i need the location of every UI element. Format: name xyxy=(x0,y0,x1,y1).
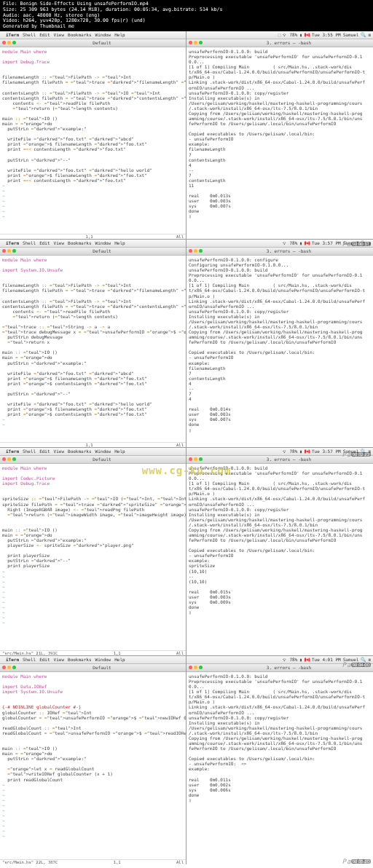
menu-shell[interactable]: Shell xyxy=(23,240,36,245)
window-controls[interactable] xyxy=(0,41,18,44)
close-icon[interactable] xyxy=(189,457,192,461)
output-pane-2[interactable]: unsafePerformIO-0.1.0.0: configure Confi… xyxy=(186,256,373,447)
tab-default[interactable]: Default xyxy=(18,248,186,253)
maximize-icon[interactable] xyxy=(199,249,203,253)
user-name[interactable]: Samuel xyxy=(343,32,359,37)
macos-menubar[interactable]: iTerm Shell Edit View Bookmarks Window H… xyxy=(0,31,186,39)
minimize-icon[interactable] xyxy=(7,249,11,253)
clock[interactable]: Tue 3:57 PM xyxy=(312,240,341,245)
macos-menubar[interactable]: iTerm Shell Edit View Bookmarks Window H… xyxy=(0,656,186,664)
menu-bookmarks[interactable]: Bookmarks xyxy=(68,657,92,662)
menu-window[interactable]: Window xyxy=(95,32,111,37)
tab-bar-right[interactable]: 3. errors — -bash xyxy=(186,248,373,256)
flag-icon[interactable]: 🇨🇦 xyxy=(305,657,310,662)
battery-icon[interactable]: ▮ xyxy=(299,32,302,37)
tab-bar[interactable]: Default xyxy=(0,39,186,47)
close-icon[interactable] xyxy=(2,457,6,461)
menu-bookmarks[interactable]: Bookmarks xyxy=(68,32,92,37)
battery-icon[interactable]: ▮ xyxy=(299,449,302,454)
menu-help[interactable]: Help xyxy=(114,32,125,37)
menu-view[interactable]: View xyxy=(54,657,64,662)
tab-errors[interactable]: 3. errors — -bash xyxy=(205,248,373,253)
editor-pane-1[interactable]: module Main where import Debug.Trace fil… xyxy=(0,47,186,234)
macos-menubar[interactable]: iTerm Shell Edit View Bookmarks Window H… xyxy=(0,448,186,456)
menu-window[interactable]: Window xyxy=(95,657,111,662)
minimize-icon[interactable] xyxy=(194,249,197,253)
tab-default[interactable]: Default xyxy=(18,40,186,45)
app-name[interactable]: iTerm xyxy=(6,657,19,662)
battery-icon[interactable]: ▮ xyxy=(299,240,302,245)
maximize-icon[interactable] xyxy=(12,457,16,461)
menu-window[interactable]: Window xyxy=(95,240,111,245)
flag-icon[interactable]: 🇨🇦 xyxy=(305,449,310,454)
menu-window[interactable]: Window xyxy=(95,449,111,454)
close-icon[interactable] xyxy=(189,41,192,44)
menu-help[interactable]: Help xyxy=(114,240,125,245)
minimize-icon[interactable] xyxy=(194,666,197,669)
battery-icon[interactable]: ▮ xyxy=(299,657,302,662)
clock[interactable]: Tue 3:55 PM xyxy=(312,32,341,37)
menu-shell[interactable]: Shell xyxy=(23,449,36,454)
menu-bookmarks[interactable]: Bookmarks xyxy=(68,449,92,454)
maximize-icon[interactable] xyxy=(12,249,16,253)
menu-shell[interactable]: Shell xyxy=(23,657,36,662)
menu-help[interactable]: Help xyxy=(114,449,125,454)
output-pane-4[interactable]: unsafePerformIO-0.1.0.0: build Preproces… xyxy=(186,672,373,864)
menu-edit[interactable]: Edit xyxy=(39,449,50,454)
close-icon[interactable] xyxy=(189,666,192,669)
wifi-icon[interactable]: ᯤ xyxy=(283,32,287,37)
clock[interactable]: Tue 4:01 PM xyxy=(312,657,341,662)
minimize-icon[interactable] xyxy=(194,41,197,44)
minimize-icon[interactable] xyxy=(194,457,197,461)
menu-view[interactable]: View xyxy=(54,449,64,454)
wifi-icon[interactable]: ᯤ xyxy=(283,449,287,454)
macos-menubar[interactable]: iTerm Shell Edit View Bookmarks Window H… xyxy=(0,240,186,248)
macos-menubar-right[interactable]: ⬚ ᯤ 78% ▮ 🇨🇦 Tue 3:55 PM Samuel 🔍 ≡ xyxy=(186,31,373,39)
close-icon[interactable] xyxy=(2,249,6,253)
menu-view[interactable]: View xyxy=(54,32,64,37)
tab-default[interactable]: Default xyxy=(18,665,186,670)
menu-shell[interactable]: Shell xyxy=(23,32,36,37)
wifi-icon[interactable]: ᯤ xyxy=(283,240,287,245)
close-icon[interactable] xyxy=(2,41,6,44)
wifi-icon[interactable]: ᯤ xyxy=(283,657,287,662)
tab-bar[interactable]: Default xyxy=(0,664,186,672)
minimize-icon[interactable] xyxy=(7,41,11,44)
maximize-icon[interactable] xyxy=(199,457,203,461)
menu-edit[interactable]: Edit xyxy=(39,32,50,37)
tab-errors[interactable]: 3. errors — -bash xyxy=(205,40,373,45)
editor-pane-2[interactable]: module Main where import System.IO.Unsaf… xyxy=(0,256,186,442)
menu-bookmarks[interactable]: Bookmarks xyxy=(68,240,92,245)
tab-default[interactable]: Default xyxy=(18,457,186,462)
app-name[interactable]: iTerm xyxy=(6,449,19,454)
menu-edit[interactable]: Edit xyxy=(39,657,50,662)
maximize-icon[interactable] xyxy=(12,41,16,44)
editor-pane-3[interactable]: module Main where import Codec.Picture i… xyxy=(0,464,186,650)
tab-bar[interactable]: Default xyxy=(0,456,186,464)
maximize-icon[interactable] xyxy=(199,41,203,44)
minimize-icon[interactable] xyxy=(7,457,11,461)
vim-status-2: 1,1All xyxy=(0,442,186,447)
app-name[interactable]: iTerm xyxy=(6,32,19,37)
maximize-icon[interactable] xyxy=(199,666,203,669)
search-icon[interactable]: 🔍 xyxy=(361,32,366,37)
menu-edit[interactable]: Edit xyxy=(39,240,50,245)
maximize-icon[interactable] xyxy=(12,666,16,669)
editor-pane-4[interactable]: module Main where import Data.IORef impo… xyxy=(0,672,186,859)
dropbox-icon[interactable]: ⬚ xyxy=(278,32,281,37)
app-name[interactable]: iTerm xyxy=(6,240,19,245)
menu-view[interactable]: View xyxy=(54,240,64,245)
menu-help[interactable]: Help xyxy=(114,657,125,662)
vim-status-1: 1,1All xyxy=(0,234,186,239)
flag-icon[interactable]: 🇨🇦 xyxy=(305,240,310,245)
output-pane-3[interactable]: unsafePerformIO-0.1.0.0: build Preproces… xyxy=(186,464,373,655)
menu-icon[interactable]: ≡ xyxy=(368,32,371,37)
close-icon[interactable] xyxy=(2,666,6,669)
tab-bar-right[interactable]: 3. errors — -bash xyxy=(186,39,373,47)
close-icon[interactable] xyxy=(189,249,192,253)
tab-bar[interactable]: Default xyxy=(0,248,186,256)
flag-icon[interactable]: 🇨🇦 xyxy=(305,32,310,37)
clock[interactable]: Tue 3:57 PM xyxy=(312,449,341,454)
minimize-icon[interactable] xyxy=(7,666,11,669)
output-pane-1[interactable]: unsafePerformIO-0.1.0.0: build Preproces… xyxy=(186,47,373,239)
